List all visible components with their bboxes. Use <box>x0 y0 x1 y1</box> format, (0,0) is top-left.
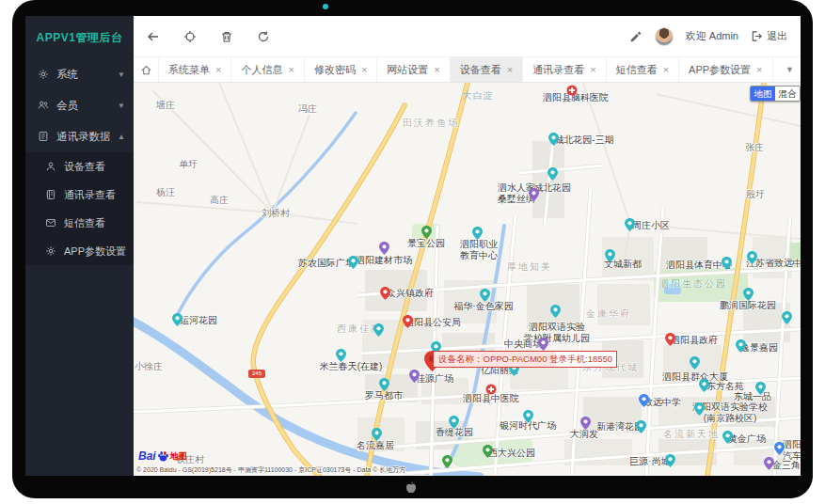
tabbar: 系统菜单×个人信息×修改密码×网站设置×设备查看×通讯录查看×短信查看×APP参… <box>134 57 801 83</box>
baidu-logo-text: Bai <box>138 449 156 463</box>
baidu-logo[interactable]: Bai 地图 <box>138 449 187 463</box>
tab-profile[interactable]: 个人信息× <box>231 57 304 82</box>
crosshair-refresh-icon[interactable] <box>183 30 197 43</box>
map-pin-teal[interactable] <box>694 402 705 419</box>
hospital-marker[interactable] <box>485 382 497 399</box>
tab-system-menu[interactable]: 系统菜单× <box>159 57 231 82</box>
person-icon <box>45 161 57 173</box>
map-pin-purple[interactable] <box>580 417 591 433</box>
tab-close-icon[interactable]: × <box>434 65 439 75</box>
map-pin-teal[interactable] <box>665 454 675 471</box>
users-icon <box>38 100 50 112</box>
map-pin-teal[interactable] <box>636 420 646 437</box>
map-pin-teal[interactable] <box>736 339 746 356</box>
map-pin-teal[interactable] <box>472 227 483 244</box>
map-pin-teal[interactable] <box>690 356 700 373</box>
map-pin-teal[interactable] <box>550 305 561 322</box>
map-pin-purple[interactable] <box>409 370 420 386</box>
sidebar-item-label: 通讯录查看 <box>64 188 116 202</box>
map-type-map-button[interactable]: 地图 <box>751 87 775 101</box>
map-pin-teal[interactable] <box>722 431 733 448</box>
app-title: APPV1管理后台 <box>25 16 134 59</box>
theme-brush-icon[interactable] <box>629 30 643 43</box>
map-pin-teal[interactable] <box>336 349 346 366</box>
tab-close-icon[interactable]: × <box>288 65 294 75</box>
map-pin-teal[interactable] <box>480 289 490 306</box>
map-pin-red[interactable] <box>403 315 413 332</box>
map-pin-teal[interactable] <box>547 167 558 184</box>
sidebar-item-label: APP参数设置 <box>64 244 126 259</box>
map-pin-purple[interactable] <box>764 457 774 474</box>
map-pin-teal[interactable] <box>523 410 533 427</box>
map-pin-red[interactable] <box>380 287 390 304</box>
back-arrow-icon[interactable] <box>147 30 160 43</box>
tab-label: APP参数设置 <box>689 63 751 77</box>
refresh-icon[interactable] <box>257 30 270 43</box>
map-pin-green[interactable] <box>442 455 452 472</box>
tab-close-icon[interactable]: × <box>507 65 513 75</box>
map-pin-teal[interactable] <box>699 379 709 396</box>
tab-label: 系统菜单 <box>168 63 210 77</box>
sidebar-subitem-contacts-view[interactable]: 通讯录查看 <box>25 181 134 209</box>
map-view[interactable]: 墙庄冯庄大白淀田沃养鱼场单圩杨汪高庄刘桥村小徐庄铁庄村张庄殷圩厚地知美金康华府东… <box>134 83 801 476</box>
sidebar-subitem-sms-view[interactable]: 短信查看 <box>25 209 134 237</box>
tab-label: 短信查看 <box>616 63 658 77</box>
map-pin-teal[interactable] <box>348 256 358 273</box>
map-pin-teal[interactable] <box>755 382 766 399</box>
sidebar-item-system[interactable]: 系统▼ <box>25 59 134 90</box>
map-pin-red[interactable] <box>665 333 675 350</box>
sidebar-item-members[interactable]: 会员▼ <box>25 90 134 121</box>
address-book-icon <box>38 131 50 143</box>
map-pin-teal[interactable] <box>548 133 559 150</box>
tab-device-view[interactable]: 设备查看× <box>451 57 523 82</box>
map-pin-teal[interactable] <box>625 218 635 235</box>
map-pin-green[interactable] <box>421 226 432 243</box>
map-pin-teal[interactable] <box>449 416 459 433</box>
chevron-up-icon: ▲ <box>118 133 125 141</box>
device-tooltip: 设备名称：OPPO-PACM00 登录手机:18550 <box>433 351 617 368</box>
map-pin-teal[interactable] <box>172 313 182 330</box>
tab-sms-view[interactable]: 短信查看× <box>607 57 679 82</box>
home-icon <box>140 64 152 76</box>
tab-close-icon[interactable]: × <box>590 65 595 75</box>
sidebar-item-label: 设备查看 <box>64 160 105 174</box>
tab-close-icon[interactable]: × <box>361 65 367 75</box>
tab-change-password[interactable]: 修改密码× <box>305 57 377 82</box>
sidebar-item-label: 系统 <box>56 68 78 82</box>
map-pin-teal[interactable] <box>782 311 792 328</box>
avatar[interactable] <box>655 27 674 46</box>
chevron-down-icon: ▼ <box>118 102 125 110</box>
tab-close-icon[interactable]: × <box>215 65 221 75</box>
map-pin-green[interactable] <box>483 445 493 462</box>
tab-app-params[interactable]: APP参数设置× <box>679 57 772 82</box>
map-pin-purple[interactable] <box>379 242 389 259</box>
map-pin-teal[interactable] <box>722 257 732 274</box>
hospital-marker[interactable] <box>566 83 578 100</box>
map-pin-purple[interactable] <box>529 188 539 205</box>
tab-label: 通讯录查看 <box>532 63 584 77</box>
trash-icon[interactable] <box>220 30 233 43</box>
map-pin-blue[interactable] <box>774 442 785 459</box>
topbar: 欢迎 Admin 退出 <box>134 16 801 57</box>
sidebar-item-contacts-data[interactable]: 通讯录数据▲ <box>25 121 134 152</box>
map-pin-teal[interactable] <box>605 249 615 266</box>
map-pin-teal[interactable] <box>379 378 389 395</box>
tab-close-icon[interactable]: × <box>663 65 669 75</box>
sidebar-subitem-device-view[interactable]: 设备查看 <box>25 152 134 181</box>
tab-close-icon[interactable]: × <box>756 65 762 75</box>
map-pin-teal[interactable] <box>373 323 384 340</box>
sidebar-item-label: 通讯录数据 <box>56 130 111 144</box>
tabbar-chevron-down-icon[interactable]: ▼ <box>785 57 794 82</box>
map-copyright: © 2020 Baidu - GS(2019)5218号 - 甲测资字11100… <box>136 465 405 475</box>
map-type-satellite-button[interactable]: 混合 <box>775 87 800 101</box>
map-pin-teal[interactable] <box>372 428 382 445</box>
main-area: 欢迎 Admin 退出 系统菜单×个人信息×修改密码×网站设置×设备查看×通讯录… <box>134 16 801 476</box>
tab-site-settings[interactable]: 网站设置× <box>377 57 450 82</box>
logout-button[interactable]: 退出 <box>751 29 787 43</box>
sidebar-subitem-app-params[interactable]: APP参数设置 <box>25 237 134 265</box>
map-pin-teal[interactable] <box>743 288 754 305</box>
map-pin-teal[interactable] <box>747 251 757 268</box>
home-tab[interactable] <box>134 57 159 82</box>
map-pin-blue[interactable] <box>639 394 649 411</box>
tab-contacts-view[interactable]: 通讯录查看× <box>523 57 606 82</box>
